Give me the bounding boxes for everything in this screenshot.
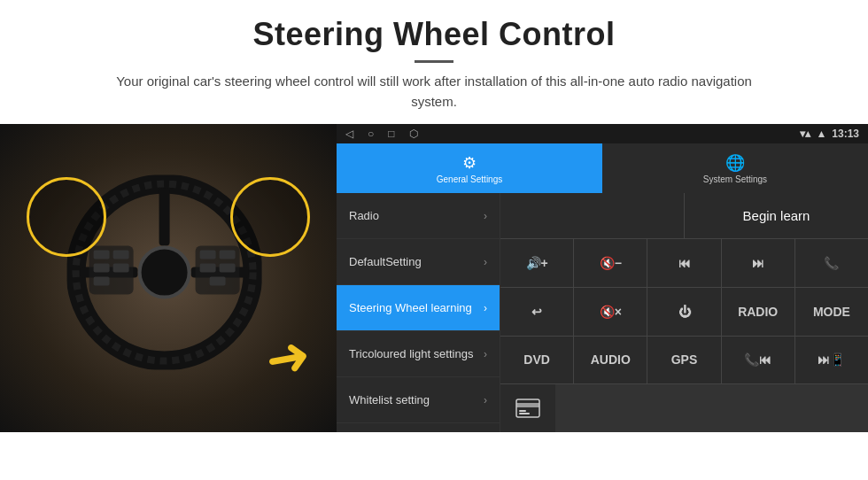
- arrow-icon: ➜: [260, 322, 314, 391]
- prev-mixed-button[interactable]: 📞⏮: [722, 337, 795, 384]
- next-track-icon: ⏭: [752, 256, 764, 270]
- svg-rect-19: [516, 403, 539, 407]
- vol-down-icon: 🔇−: [600, 256, 622, 270]
- top-section: Steering Wheel Control Your original car…: [0, 0, 868, 124]
- car-image-area: ➜: [0, 124, 337, 432]
- menu-default-chevron: ›: [484, 256, 487, 268]
- main-content: ➜ ◁ ○ □ ⬡ ▾▴ ▲ 13:13 ⚙ General Settings: [0, 124, 868, 432]
- menu-radio-chevron: ›: [484, 210, 487, 222]
- right-controls: Begin learn 🔊+ 🔇− ⏮: [500, 193, 868, 432]
- svg-rect-13: [200, 251, 216, 259]
- radio-label: RADIO: [738, 305, 778, 319]
- controls-grid: 🔊+ 🔇− ⏮ ⏭ 📞: [500, 239, 868, 432]
- signal-icon: ▾▴: [800, 128, 810, 140]
- mode-button[interactable]: MODE: [795, 288, 868, 336]
- power-button[interactable]: ⏻: [647, 288, 721, 336]
- nav-back-icon[interactable]: ◁: [345, 128, 353, 140]
- svg-rect-11: [94, 277, 110, 286]
- dvd-button[interactable]: DVD: [500, 337, 574, 384]
- radio-button[interactable]: RADIO: [722, 288, 795, 336]
- controls-row-3: DVD AUDIO GPS 📞⏮ ⏭📱: [500, 337, 868, 385]
- tab-system-settings[interactable]: 🌐 System Settings: [602, 143, 868, 193]
- vol-down-button[interactable]: 🔇−: [574, 239, 647, 287]
- status-bar: ◁ ○ □ ⬡ ▾▴ ▲ 13:13: [337, 124, 868, 143]
- mode-label: MODE: [813, 305, 850, 319]
- menu-tricoloured-label: Tricoloured light settings: [349, 347, 473, 360]
- menu-item-default[interactable]: DefaultSetting ›: [337, 239, 500, 285]
- nav-recent-icon[interactable]: □: [388, 128, 394, 140]
- general-settings-icon: ⚙: [462, 153, 477, 173]
- power-icon: ⏻: [678, 305, 691, 319]
- svg-rect-1: [159, 189, 170, 246]
- audio-label: AUDIO: [591, 352, 631, 367]
- subtitle: Your original car's steering wheel contr…: [115, 72, 753, 112]
- menu-item-whitelist[interactable]: Whitelist setting ›: [337, 377, 500, 423]
- audio-button[interactable]: AUDIO: [574, 337, 647, 384]
- nav-home-icon[interactable]: ○: [368, 128, 374, 140]
- svg-rect-15: [200, 264, 216, 273]
- controls-row-1: 🔊+ 🔇− ⏮ ⏭ 📞: [500, 239, 868, 288]
- prev-track-icon: ⏮: [678, 256, 691, 270]
- dvd-label: DVD: [523, 352, 550, 367]
- phone-icon: 📞: [824, 256, 839, 270]
- vol-up-button[interactable]: 🔊+: [500, 239, 574, 287]
- gps-label: GPS: [671, 352, 698, 367]
- mute-icon: 🔇×: [600, 305, 622, 319]
- svg-rect-9: [94, 264, 110, 273]
- menu-steering-chevron: ›: [484, 302, 487, 314]
- svg-point-4: [140, 248, 190, 298]
- tab-general-settings[interactable]: ⚙ General Settings: [337, 143, 602, 193]
- tab-general-label: General Settings: [437, 174, 503, 184]
- next-mixed-icon: ⏭📱: [818, 352, 845, 367]
- menu-steering-label: Steering Wheel learning: [349, 301, 472, 314]
- svg-rect-20: [519, 410, 526, 412]
- status-indicators: ▾▴ ▲ 13:13: [800, 128, 859, 140]
- svg-rect-7: [94, 251, 110, 259]
- card-icon-button[interactable]: [500, 384, 555, 432]
- next-track-button[interactable]: ⏭: [722, 239, 795, 287]
- tab-bar: ⚙ General Settings 🌐 System Settings: [337, 143, 868, 193]
- svg-rect-8: [113, 251, 129, 259]
- menu-radio-label: Radio: [349, 209, 379, 222]
- phone-button[interactable]: 📞: [795, 239, 868, 287]
- controls-row-2: ↩ 🔇× ⏻ RADIO MODE: [500, 288, 868, 337]
- time-display: 13:13: [832, 128, 859, 140]
- controls-row-4: [500, 384, 868, 432]
- svg-rect-17: [210, 277, 226, 286]
- begin-learn-empty-space: [500, 193, 685, 238]
- svg-rect-14: [220, 251, 236, 259]
- menu-whitelist-chevron: ›: [484, 394, 487, 406]
- nav-cast-icon[interactable]: ⬡: [409, 128, 418, 140]
- mute-button[interactable]: 🔇×: [574, 288, 647, 336]
- tab-system-label: System Settings: [703, 174, 767, 184]
- begin-learn-row: Begin learn: [500, 193, 868, 239]
- page-title: Steering Wheel Control: [18, 16, 850, 53]
- car-image-bg: ➜: [0, 124, 337, 432]
- content-area: Radio › DefaultSetting › Steering Wheel …: [337, 193, 868, 432]
- hang-up-button[interactable]: ↩: [500, 288, 574, 336]
- highlight-circle-right: [230, 177, 310, 257]
- menu-whitelist-label: Whitelist setting: [349, 393, 430, 406]
- vol-up-icon: 🔊+: [526, 256, 548, 270]
- gps-button[interactable]: GPS: [647, 337, 721, 384]
- android-ui: ◁ ○ □ ⬡ ▾▴ ▲ 13:13 ⚙ General Settings 🌐 …: [337, 124, 868, 432]
- left-menu: Radio › DefaultSetting › Steering Wheel …: [337, 193, 500, 432]
- prev-mixed-icon: 📞⏮: [744, 352, 771, 367]
- menu-item-tricoloured[interactable]: Tricoloured light settings ›: [337, 331, 500, 377]
- menu-tricoloured-chevron: ›: [484, 348, 487, 360]
- svg-rect-10: [113, 264, 129, 273]
- prev-track-button[interactable]: ⏮: [647, 239, 721, 287]
- begin-learn-button[interactable]: Begin learn: [685, 193, 868, 238]
- next-mixed-button[interactable]: ⏭📱: [795, 337, 868, 384]
- title-divider: [415, 60, 453, 63]
- wifi-icon: ▲: [816, 128, 826, 140]
- nav-buttons: ◁ ○ □ ⬡: [345, 128, 418, 140]
- system-settings-icon: 🌐: [725, 153, 745, 173]
- svg-rect-16: [220, 264, 236, 273]
- svg-rect-21: [519, 413, 530, 414]
- highlight-circle-left: [27, 177, 106, 257]
- card-icon: [515, 399, 540, 418]
- menu-default-label: DefaultSetting: [349, 255, 422, 268]
- menu-item-radio[interactable]: Radio ›: [337, 193, 500, 239]
- menu-item-steering[interactable]: Steering Wheel learning ›: [337, 285, 500, 331]
